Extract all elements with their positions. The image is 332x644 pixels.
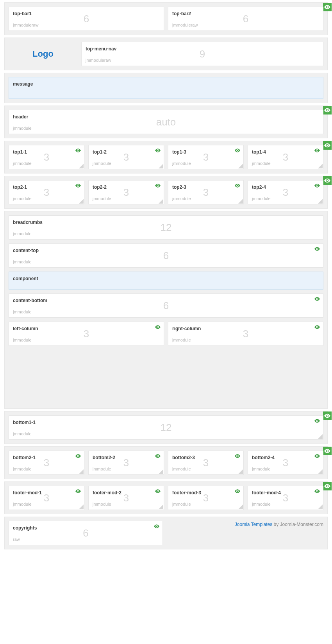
position-type: jmmodule xyxy=(252,502,271,506)
resize-handle[interactable] xyxy=(318,164,323,168)
position-footer-mod-2[interactable]: footer-mod-23jmmodule xyxy=(88,486,164,510)
eye-icon[interactable] xyxy=(155,325,161,329)
position-label: left-column xyxy=(13,326,160,331)
eye-icon[interactable] xyxy=(155,454,161,458)
resize-handle[interactable] xyxy=(79,504,84,509)
footer-credit-link[interactable]: Joomla Templates xyxy=(235,522,273,527)
position-label: bottom2-3 xyxy=(172,455,239,460)
resize-handle[interactable] xyxy=(238,469,243,474)
position-label: bottom2-4 xyxy=(252,455,319,460)
position-top-bar2[interactable]: top-bar2 6 jmmoduleraw xyxy=(168,7,323,31)
position-top-bar1[interactable]: top-bar1 6 jmmoduleraw xyxy=(9,7,164,31)
resize-handle[interactable] xyxy=(159,469,163,474)
position-footer-mod-4[interactable]: footer-mod-43jmmodule xyxy=(248,486,323,510)
section-header: header auto jmmodule xyxy=(4,106,328,138)
position-label: footer-mod-2 xyxy=(93,490,160,496)
position-content-top[interactable]: content-top 6 jmmodule xyxy=(9,243,323,268)
eye-icon[interactable] xyxy=(235,148,240,152)
position-left-column[interactable]: left-column 3 jmmodule xyxy=(9,322,164,346)
eye-icon[interactable] xyxy=(314,297,320,301)
section-visibility-toggle[interactable] xyxy=(323,106,332,114)
resize-handle[interactable] xyxy=(79,164,84,168)
position-breadcrumbs[interactable]: breadcrumbs 12 jmmodule xyxy=(9,215,323,240)
resize-handle[interactable] xyxy=(79,469,84,474)
resize-handle[interactable] xyxy=(159,199,163,204)
section-visibility-toggle[interactable] xyxy=(323,447,332,455)
section-top2: top2-13jmmoduletop2-23jmmoduletop2-33jmm… xyxy=(4,176,328,209)
resize-handle[interactable] xyxy=(238,199,243,204)
position-type: jmmodule xyxy=(252,467,271,471)
position-top-menu-nav[interactable]: top-menu-nav 9 jmmoduleraw xyxy=(81,42,323,66)
section-visibility-toggle[interactable] xyxy=(323,141,332,150)
position-top2-3[interactable]: top2-33jmmodule xyxy=(168,180,244,204)
position-component[interactable]: component xyxy=(9,272,323,290)
section-visibility-toggle[interactable] xyxy=(323,176,332,185)
resize-handle[interactable] xyxy=(238,504,243,509)
eye-icon[interactable] xyxy=(235,489,240,493)
eye-icon[interactable] xyxy=(314,247,320,251)
position-footer-mod-3[interactable]: footer-mod-33jmmodule xyxy=(168,486,244,510)
position-label: component xyxy=(13,276,319,281)
eye-icon[interactable] xyxy=(314,419,320,423)
position-header[interactable]: header auto jmmodule xyxy=(9,110,323,134)
eye-icon[interactable] xyxy=(314,148,320,152)
position-bottom2-3[interactable]: bottom2-33jmmodule xyxy=(168,451,244,475)
position-bottom2-4[interactable]: bottom2-43jmmodule xyxy=(248,451,323,475)
eye-icon[interactable] xyxy=(155,184,161,188)
resize-handle[interactable] xyxy=(159,504,163,509)
position-label: copyrights xyxy=(13,525,159,531)
eye-icon[interactable] xyxy=(314,454,320,458)
resize-handle[interactable] xyxy=(238,164,243,168)
section-visibility-toggle[interactable] xyxy=(323,3,332,11)
position-right-column[interactable]: right-column 3 jmmodule xyxy=(168,322,323,346)
logo-area[interactable]: Logo xyxy=(9,42,77,66)
position-label: top1-2 xyxy=(93,149,160,155)
eye-icon[interactable] xyxy=(314,489,320,493)
position-top2-4[interactable]: top2-43jmmodule xyxy=(248,180,323,204)
eye-icon[interactable] xyxy=(75,489,81,493)
position-type: jmmodule xyxy=(13,502,32,506)
logo-text: Logo xyxy=(32,49,54,59)
position-top2-2[interactable]: top2-23jmmodule xyxy=(88,180,164,204)
eye-icon[interactable] xyxy=(314,184,320,188)
section-visibility-toggle[interactable] xyxy=(323,411,332,420)
eye-icon[interactable] xyxy=(155,489,161,493)
eye-icon[interactable] xyxy=(235,454,240,458)
position-label: top2-3 xyxy=(172,184,239,190)
eye-icon[interactable] xyxy=(75,148,81,152)
position-top1-2[interactable]: top1-23jmmodule xyxy=(88,145,164,169)
position-top1-1[interactable]: top1-13jmmodule xyxy=(9,145,84,169)
position-bottom2-1[interactable]: bottom2-13jmmodule xyxy=(9,451,84,475)
resize-handle[interactable] xyxy=(318,199,323,204)
position-message[interactable]: message xyxy=(9,77,323,99)
position-type: jmmodule xyxy=(13,338,32,342)
resize-handle[interactable] xyxy=(318,434,323,439)
position-bottom1-1[interactable]: bottom1-1 12 jmmodule xyxy=(9,415,323,440)
position-top1-4[interactable]: top1-43jmmodule xyxy=(248,145,323,169)
position-footer-mod-1[interactable]: footer-mod-13jmmodule xyxy=(9,486,84,510)
position-label: top1-3 xyxy=(172,149,239,155)
resize-handle[interactable] xyxy=(79,199,84,204)
position-top2-1[interactable]: top2-13jmmodule xyxy=(9,180,84,204)
eye-icon[interactable] xyxy=(155,148,161,152)
position-label: footer-mod-1 xyxy=(13,490,80,496)
position-content-bottom[interactable]: content-bottom 6 jmmodule xyxy=(9,293,323,318)
position-type: jmmodule xyxy=(172,502,191,506)
position-label: footer-mod-3 xyxy=(172,490,239,496)
eye-icon[interactable] xyxy=(75,184,81,188)
section-visibility-toggle[interactable] xyxy=(323,482,332,490)
position-type: jmmodule xyxy=(93,467,111,471)
resize-handle[interactable] xyxy=(159,164,163,168)
position-type: jmmodule xyxy=(13,126,32,131)
position-type: jmmodule xyxy=(252,161,271,166)
eye-icon[interactable] xyxy=(235,184,240,188)
eye-icon[interactable] xyxy=(314,325,320,329)
resize-handle[interactable] xyxy=(318,469,323,474)
position-type: jmmodule xyxy=(93,196,111,201)
position-bottom2-2[interactable]: bottom2-23jmmodule xyxy=(88,451,164,475)
resize-handle[interactable] xyxy=(318,504,323,509)
position-copyrights[interactable]: copyrights 6 raw xyxy=(9,521,163,545)
eye-icon[interactable] xyxy=(154,524,159,528)
position-top1-3[interactable]: top1-33jmmodule xyxy=(168,145,244,169)
eye-icon[interactable] xyxy=(75,454,81,458)
